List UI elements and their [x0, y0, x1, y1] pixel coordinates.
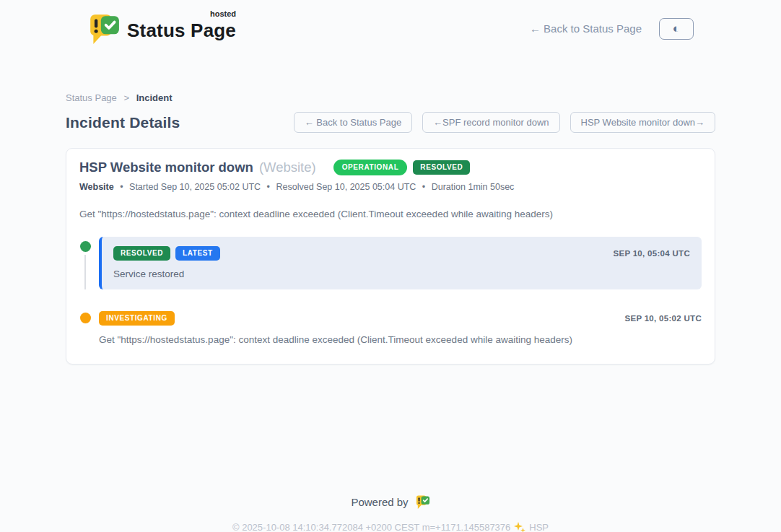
timeline-message: Get "https://hostedstatus.page": context…	[99, 334, 702, 345]
timeline-entry-investigating: INVESTIGATING SEP 10, 05:02 UTC Get "htt…	[79, 308, 702, 345]
timeline-update-head: INVESTIGATING SEP 10, 05:02 UTC	[99, 311, 702, 326]
investigating-dot-icon	[80, 313, 91, 323]
back-to-status-page-button[interactable]: ← Back to Status Page	[294, 112, 412, 133]
status-page-logo-icon-small[interactable]	[415, 494, 430, 510]
footer: Powered by © 2025-10-08 14:10:34.772084 …	[0, 494, 781, 532]
incident-card: HSP Website monitor down (Website) OPERA…	[66, 148, 715, 365]
incident-nav-buttons: ← Back to Status Page ←SPF record monito…	[294, 112, 715, 133]
incident-title-row: HSP Website monitor down (Website) OPERA…	[79, 160, 702, 175]
logo[interactable]: hosted Status Page	[87, 12, 236, 45]
resolved-badge: RESOLVED	[113, 246, 170, 261]
incident-service: (Website)	[259, 160, 316, 175]
investigating-badge: INVESTIGATING	[99, 311, 175, 326]
meta-separator: •	[120, 182, 123, 192]
breadcrumb-root[interactable]: Status Page	[66, 92, 117, 103]
half-circle-icon: ◐	[673, 22, 680, 35]
powered-by-row: Powered by	[0, 494, 781, 510]
incident-title: HSP Website monitor down	[79, 160, 253, 175]
meta-service: Website	[79, 182, 114, 192]
meta-resolved: Resolved Sep 10, 2025 05:04 UTC	[276, 182, 416, 192]
timeline-badges: INVESTIGATING	[99, 311, 175, 326]
brand-suffix: HSP	[529, 522, 549, 532]
copyright-text: © 2025-10-08 14:10:34.772084 +0200 CEST …	[232, 522, 510, 532]
meta-separator: •	[422, 182, 425, 192]
logo-wordmark: Status Page	[127, 19, 236, 41]
resolved-dot-icon	[80, 241, 91, 252]
breadcrumb-separator: >	[123, 92, 129, 103]
logo-hosted-label: hosted	[210, 9, 236, 18]
status-page-logo-icon	[87, 12, 121, 45]
timeline-timestamp: SEP 10, 05:04 UTC	[613, 249, 690, 258]
latest-badge: LATEST	[175, 246, 220, 261]
status-page-app: { "header": { "logo_text": "Status Page"…	[0, 0, 781, 532]
timeline-update-box: RESOLVED LATEST SEP 10, 05:04 UTC Servic…	[99, 237, 702, 289]
theme-toggle-button[interactable]: ◐	[659, 18, 694, 40]
main-content: Status Page > Incident Incident Details …	[66, 92, 715, 365]
copyright-row: © 2025-10-08 14:10:34.772084 +0200 CEST …	[0, 521, 781, 532]
timeline-rail	[79, 308, 91, 345]
timeline-rail	[79, 237, 91, 289]
header-back-link[interactable]: ← Back to Status Page	[530, 22, 642, 35]
breadcrumb: Status Page > Incident	[66, 92, 715, 103]
operational-status-badge: OPERATIONAL	[333, 160, 408, 175]
breadcrumb-current: Incident	[136, 92, 173, 103]
timeline-update-head: RESOLVED LATEST SEP 10, 05:04 UTC	[113, 246, 690, 261]
timeline-badges: RESOLVED LATEST	[113, 246, 220, 261]
meta-duration: Duration 1min 50sec	[432, 182, 515, 192]
sparkles-icon	[514, 521, 525, 532]
prev-incident-button[interactable]: ←SPF record monitor down	[422, 112, 559, 133]
incident-description: Get "https://hostedstatus.page": context…	[79, 209, 702, 219]
meta-separator: •	[267, 182, 270, 192]
timeline-connector-line	[84, 255, 86, 289]
header: hosted Status Page ← Back to Status Page…	[87, 0, 694, 48]
powered-by-label: Powered by	[351, 496, 408, 508]
timeline-entry-resolved: RESOLVED LATEST SEP 10, 05:04 UTC Servic…	[79, 237, 702, 308]
header-right: ← Back to Status Page ◐	[530, 18, 694, 40]
next-incident-button[interactable]: HSP Website monitor down→	[570, 112, 715, 133]
timeline-update-plain: INVESTIGATING SEP 10, 05:02 UTC Get "htt…	[99, 308, 702, 345]
page-title: Incident Details	[66, 114, 180, 131]
incident-meta: Website • Started Sep 10, 2025 05:02 UTC…	[79, 182, 702, 192]
logo-wordmark-wrap: hosted Status Page	[127, 12, 236, 42]
meta-started: Started Sep 10, 2025 05:02 UTC	[129, 182, 261, 192]
timeline-timestamp: SEP 10, 05:02 UTC	[624, 314, 702, 323]
timeline-message: Service restored	[113, 269, 690, 279]
heading-row: Incident Details ← Back to Status Page ←…	[66, 112, 715, 133]
resolved-status-badge: RESOLVED	[413, 160, 470, 175]
incident-timeline: RESOLVED LATEST SEP 10, 05:04 UTC Servic…	[79, 237, 702, 345]
